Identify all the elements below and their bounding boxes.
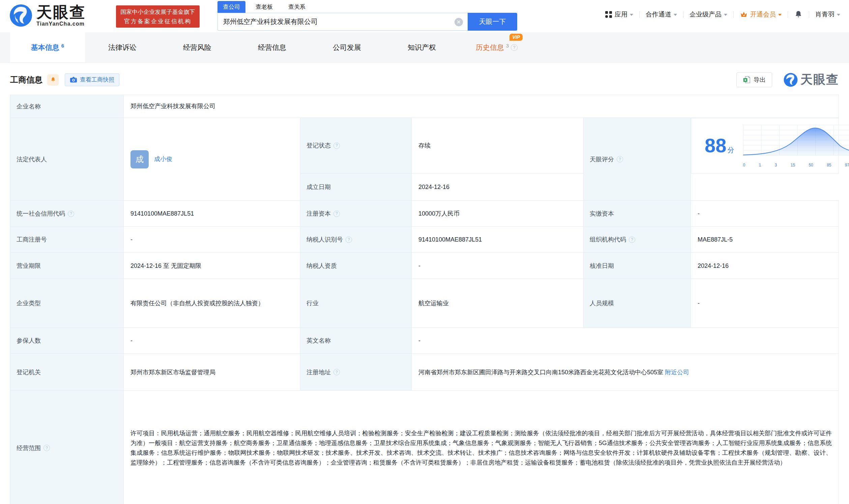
chevron-down-icon xyxy=(837,14,840,16)
help-icon[interactable]: ? xyxy=(617,156,623,162)
reg-number-value: - xyxy=(124,227,300,253)
nav-enterprise-label: 企业级产品 xyxy=(690,10,722,19)
tab-company-development[interactable]: 公司发展 xyxy=(310,32,384,62)
help-icon[interactable]: ? xyxy=(68,211,74,217)
table-row: 统一社会信用代码? 91410100MAE887JL51 注册资本? 10000… xyxy=(11,201,839,227)
apps-grid-icon xyxy=(605,11,612,18)
field-label-taxpayer-id: 纳税人识别号? xyxy=(300,227,412,253)
score-value: 88分 xyxy=(705,130,734,161)
nav-partners[interactable]: 合作通道 xyxy=(646,10,677,19)
excel-icon xyxy=(743,76,750,84)
nav-open-membership[interactable]: 开通会员 xyxy=(740,10,782,19)
gov-certification-badge: 国家中小企业发展子基金旗下 官方备案企业征信机构 xyxy=(116,5,200,28)
tab-operation-info[interactable]: 经营信息 xyxy=(235,32,310,62)
table-row: 经营范围? 许可项目：民用机场运营；通用航空服务；民用航空器维修；民用航空维修人… xyxy=(11,391,839,504)
business-info-header: 工商信息 查看工商快照 导出 xyxy=(10,71,839,88)
field-label-business-scope: 经营范围? xyxy=(11,391,124,504)
tab-legal[interactable]: 法律诉讼 xyxy=(85,32,160,62)
help-icon[interactable]: ? xyxy=(346,236,352,243)
company-tabs: 基本信息 6 法律诉讼 经营风险 经营信息 公司发展 知识产权 VIP 历史信息… xyxy=(0,32,849,63)
nav-divider xyxy=(733,11,734,18)
help-icon[interactable]: ? xyxy=(333,211,340,217)
help-icon[interactable]: ? xyxy=(333,143,340,149)
nav-apps-label: 应用 xyxy=(615,10,627,19)
watermark-logo: 天眼查 xyxy=(784,71,839,88)
logo-swirl-icon xyxy=(10,4,32,27)
field-label-score: 天眼评分? xyxy=(584,118,691,201)
badge-line2: 官方备案企业征信机构 xyxy=(124,18,191,25)
search-input[interactable] xyxy=(218,13,468,30)
field-label-legal-rep: 法定代表人 xyxy=(11,118,124,201)
score-distribution-chart: 01 315 5085 9799 100 xyxy=(743,123,849,168)
tab-label: 公司发展 xyxy=(333,43,361,52)
nav-notifications[interactable] xyxy=(794,10,803,19)
industry-value: 航空运输业 xyxy=(412,279,584,328)
nav-divider xyxy=(639,11,640,18)
search-button[interactable]: 天眼一下 xyxy=(468,13,517,31)
tianyancha-logo[interactable]: 天眼查 TianYanCha.com xyxy=(10,4,86,27)
field-label-approval-date: 核准日期 xyxy=(584,253,691,279)
nav-divider xyxy=(683,11,683,18)
tab-label: 知识产权 xyxy=(408,43,436,52)
search-area: 查公司 查老板 查关系 ✕ 天眼一下 xyxy=(218,1,518,31)
reg-status-value: 存续 xyxy=(412,118,584,174)
field-label-staff-size: 人员规模 xyxy=(584,279,691,328)
legal-rep-link[interactable]: 成小俊 xyxy=(154,154,172,164)
table-row: 法定代表人 成 成小俊 登记状态? 存续 天眼评分? 88分 xyxy=(11,118,839,174)
bell-icon xyxy=(50,77,56,83)
field-label-reg-capital: 注册资本? xyxy=(300,201,412,227)
search-tab-company[interactable]: 查公司 xyxy=(218,1,245,13)
field-label-english-name: 英文名称 xyxy=(300,328,412,354)
taxpayer-quals-value: - xyxy=(412,253,584,279)
field-label-reg-authority: 登记机关 xyxy=(11,354,124,391)
field-label-company-name: 企业名称 xyxy=(11,95,124,118)
nearby-companies-link[interactable]: 附近公司 xyxy=(665,369,689,376)
table-row: 企业类型 有限责任公司（非自然人投资或控股的法人独资） 行业 航空运输业 人员规… xyxy=(11,279,839,328)
score-axis-ticks: 01 315 5085 9799 100 xyxy=(743,162,849,168)
field-label-paid-capital: 实缴资本 xyxy=(584,201,691,227)
tab-count: 3 xyxy=(506,43,509,49)
help-icon[interactable]: ? xyxy=(629,236,635,243)
watermark-text: 天眼查 xyxy=(800,71,839,88)
help-icon[interactable]: ? xyxy=(333,369,340,375)
nav-divider xyxy=(809,11,809,18)
camera-icon xyxy=(70,76,77,83)
clear-search-icon[interactable]: ✕ xyxy=(454,18,463,26)
search-tab-boss[interactable]: 查老板 xyxy=(250,1,278,13)
logo-title: 天眼查 xyxy=(36,4,86,20)
snapshot-label: 查看工商快照 xyxy=(80,76,114,84)
nav-enterprise[interactable]: 企业级产品 xyxy=(690,10,727,19)
help-icon[interactable]: ? xyxy=(44,445,50,451)
help-icon[interactable]: ? xyxy=(511,44,518,51)
business-scope-value: 许可项目：民用机场运营；通用航空服务；民用航空器维修；民用航空维修人员培训；检验… xyxy=(124,391,839,504)
site-header: 天眼查 TianYanCha.com 国家中小企业发展子基金旗下 官方备案企业征… xyxy=(0,0,849,32)
top-nav: 应用 合作通道 企业级产品 开通会员 xyxy=(605,10,840,19)
english-name-value: - xyxy=(412,328,839,354)
nav-user[interactable]: 肖青羽 xyxy=(815,10,840,19)
tab-label: 法律诉讼 xyxy=(108,43,137,52)
tab-label: 历史信息 xyxy=(476,43,504,52)
bell-icon xyxy=(794,10,803,19)
view-snapshot-button[interactable]: 查看工商快照 xyxy=(65,73,119,86)
nav-divider xyxy=(787,11,788,18)
tab-history-info[interactable]: VIP 历史信息 3 ? xyxy=(459,32,534,62)
table-row: 参保人数 - 英文名称 - xyxy=(11,328,839,354)
staff-size-value: - xyxy=(691,279,839,328)
search-tab-relation[interactable]: 查关系 xyxy=(283,1,311,13)
table-row: 企业名称 郑州低空产业科技发展有限公司 xyxy=(11,95,839,118)
business-term-value: 2024-12-16 至 无固定期限 xyxy=(124,253,300,279)
tab-basic-info[interactable]: 基本信息 6 xyxy=(10,32,85,62)
org-code-value: MAE887JL-5 xyxy=(691,227,839,253)
vip-badge: VIP xyxy=(509,34,523,41)
export-button[interactable]: 导出 xyxy=(737,72,772,87)
table-row: 登记机关 郑州市郑东新区市场监督管理局 注册地址? 河南省郑州市郑东新区圃田泽路… xyxy=(11,354,839,391)
address-text: 河南省郑州市郑东新区圃田泽路与开来路交叉口向南150米路西金光花苑文化活动中心5… xyxy=(418,369,663,376)
field-label-reg-number: 工商注册号 xyxy=(11,227,124,253)
credit-code-value: 91410100MAE887JL51 xyxy=(124,201,300,227)
tab-operation-risk[interactable]: 经营风险 xyxy=(160,32,235,62)
legal-rep-cell: 成 成小俊 xyxy=(124,118,300,201)
nav-apps[interactable]: 应用 xyxy=(605,10,633,19)
tab-intellectual-property[interactable]: 知识产权 xyxy=(384,32,459,62)
subscribe-bell-button[interactable] xyxy=(47,74,59,86)
nav-vip-label: 开通会员 xyxy=(750,10,776,19)
